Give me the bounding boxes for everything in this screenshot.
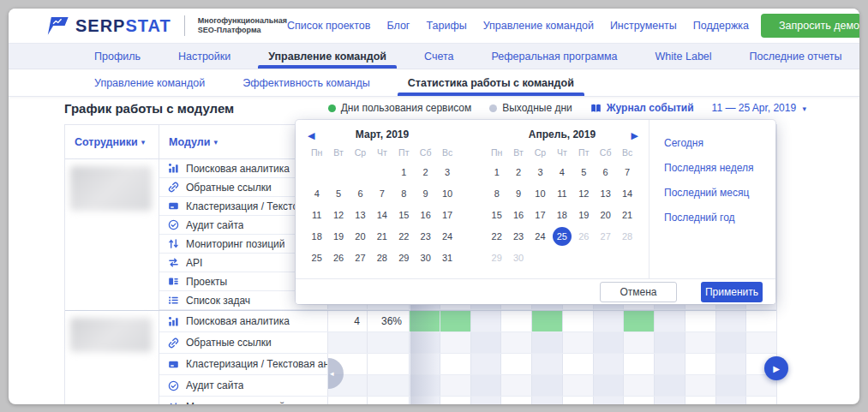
topnav-link-3[interactable]: Управление командой [483, 20, 594, 32]
day-cell [685, 375, 716, 396]
topnav-link-1[interactable]: Блог [386, 20, 410, 32]
calendar-day[interactable]: 21 [371, 225, 392, 247]
calendar-day[interactable]: 3 [530, 161, 551, 182]
calendar-day[interactable]: 9 [507, 182, 529, 204]
calendar-day[interactable]: 1 [393, 161, 415, 182]
tab-primary-0[interactable]: Профиль [75, 44, 159, 69]
calendar-day[interactable]: 19 [327, 225, 349, 247]
calendar-day[interactable]: 29 [393, 247, 415, 268]
calendar-day[interactable]: 28 [371, 247, 392, 268]
calendar-day[interactable]: 12 [573, 182, 595, 204]
day-cell [746, 332, 776, 353]
calendar-day[interactable]: 30 [415, 247, 436, 268]
calendar-day[interactable]: 8 [486, 182, 507, 204]
calendar-day[interactable]: 13 [350, 204, 371, 225]
calendar-day[interactable]: 4 [551, 161, 572, 182]
calendar-day[interactable]: 13 [595, 182, 616, 204]
calendar-day[interactable]: 6 [350, 182, 371, 204]
day-cell [716, 397, 747, 404]
calendar-day[interactable]: 8 [393, 182, 415, 204]
tab-secondary-0[interactable]: Управление командой [75, 70, 224, 96]
tab-primary-2[interactable]: Управление командой [249, 44, 405, 69]
calendar-day[interactable]: 31 [436, 247, 458, 268]
scroll-right-button[interactable]: ▶ [764, 356, 788, 380]
tab-primary-1[interactable]: Настройки [159, 44, 249, 69]
calendar-day[interactable]: 18 [551, 204, 572, 225]
calendar-day[interactable]: 23 [415, 225, 436, 247]
calendar-day[interactable]: 12 [327, 204, 349, 225]
calendar-day[interactable]: 21 [616, 204, 638, 225]
apply-button[interactable]: Применить [701, 282, 763, 302]
calendar-day[interactable]: 25 [306, 247, 327, 268]
tab-secondary-1[interactable]: Эффективность команды [224, 70, 389, 96]
calendar-day[interactable]: 2 [507, 161, 529, 182]
tab-secondary-2[interactable]: Статистика работы с командой [389, 70, 593, 96]
calendar-day[interactable]: 20 [595, 204, 616, 225]
serpstat-logo[interactable]: SERPSTAT МногофункциональнаяSEO-Платформ… [46, 15, 287, 36]
quick-range-link-0[interactable]: Сегодня [664, 137, 775, 149]
employee-name-blurred [70, 318, 152, 352]
calendar-day[interactable]: 7 [371, 182, 392, 204]
calendar-day[interactable]: 24 [530, 225, 551, 247]
calendar-day[interactable]: 25 [551, 225, 572, 247]
topnav-link-4[interactable]: Инструменты [610, 20, 677, 32]
quick-range-link-2[interactable]: Последний месяц [664, 187, 775, 199]
calendar-day[interactable]: 14 [616, 182, 638, 204]
calendar-day[interactable]: 17 [436, 204, 458, 225]
calendar-day: 30 [507, 247, 529, 268]
calendar-day[interactable]: 22 [486, 225, 507, 247]
app-window: SERPSTAT МногофункциональнаяSEO-Платформ… [9, 9, 859, 404]
calendar-day[interactable]: 5 [327, 182, 349, 204]
calendar-day[interactable]: 2 [415, 161, 436, 182]
calendar-day[interactable]: 17 [530, 204, 551, 225]
calendar-day[interactable]: 4 [306, 182, 327, 204]
quick-range-link-1[interactable]: Последняя неделя [664, 162, 775, 174]
quick-range-link-3[interactable]: Последний год [664, 212, 775, 224]
topnav-link-2[interactable]: Тарифы [426, 20, 466, 32]
calendar-day[interactable]: 11 [306, 204, 327, 225]
calendar-day[interactable]: 15 [393, 204, 415, 225]
calendar-day[interactable]: 18 [306, 225, 327, 247]
topnav-link-0[interactable]: Список проектов [287, 20, 370, 32]
calendar-day[interactable]: 7 [616, 161, 638, 182]
request-demo-button[interactable]: Запросить демо [761, 14, 859, 38]
tab-primary-4[interactable]: Реферальная программа [473, 44, 637, 69]
weekday-label: Чт [371, 144, 392, 161]
calendar-day[interactable]: 10 [436, 182, 458, 204]
day-cell [440, 375, 471, 396]
rank-tracking-icon [168, 238, 179, 249]
calendar-day[interactable]: 14 [371, 204, 392, 225]
calendar-day[interactable]: 9 [415, 182, 436, 204]
tab-primary-5[interactable]: White Label [637, 44, 731, 69]
cancel-button[interactable]: Отмена [600, 282, 677, 302]
date-range-selector[interactable]: 11 — 25 Apr, 2019 ▾ [712, 102, 806, 114]
employees-column-header[interactable]: Сотрудники▾ [65, 125, 159, 158]
calendar-footer: Отмена Применить [296, 278, 775, 304]
calendar-day[interactable]: 19 [573, 204, 595, 225]
chevron-down-icon: ▾ [802, 104, 806, 113]
calendar-day[interactable]: 20 [350, 225, 371, 247]
calendar-day[interactable]: 3 [436, 161, 458, 182]
calendar-day[interactable]: 11 [551, 182, 572, 204]
task-list-icon [168, 295, 179, 306]
day-cell [410, 397, 440, 404]
calendar-day[interactable]: 1 [486, 161, 507, 182]
calendar-day[interactable]: 23 [507, 225, 529, 247]
calendar-day[interactable]: 26 [327, 247, 349, 268]
tab-primary-6[interactable]: Последние отчеты [731, 44, 859, 69]
site-audit-icon [168, 219, 179, 230]
day-cell [563, 397, 594, 404]
calendar-day[interactable]: 24 [436, 225, 458, 247]
calendar-day[interactable]: 16 [507, 204, 529, 225]
calendar-day[interactable]: 6 [595, 161, 616, 182]
calendar-day[interactable]: 10 [530, 182, 551, 204]
topnav-link-5[interactable]: Поддержка [693, 20, 749, 32]
calendar-day[interactable]: 27 [350, 247, 371, 268]
tab-primary-3[interactable]: Счета [405, 44, 472, 69]
calendar-day[interactable]: 16 [415, 204, 436, 225]
event-journal-link[interactable]: Журнал событий [590, 102, 694, 114]
page-title: График работы с модулем [64, 101, 234, 116]
calendar-day[interactable]: 22 [393, 225, 415, 247]
calendar-day[interactable]: 15 [486, 204, 507, 225]
calendar-day[interactable]: 5 [573, 161, 595, 182]
